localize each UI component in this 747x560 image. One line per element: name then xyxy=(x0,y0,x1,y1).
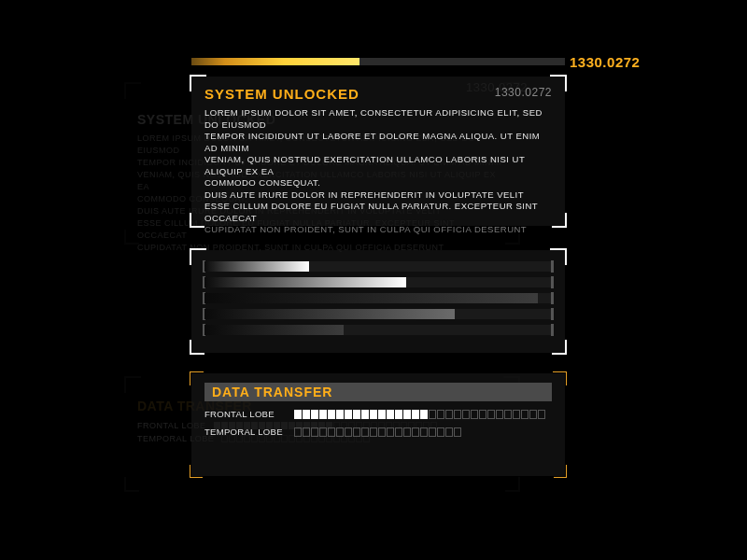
transfer-row: TEMPORAL LOBE xyxy=(204,427,552,437)
top-readout: 1330.0272 xyxy=(570,54,640,70)
panel3-title: DATA TRANSFER xyxy=(212,385,332,399)
panel1-body: LOREM IPSUM DOLOR SIT AMET, CONSECTETUR … xyxy=(204,107,552,236)
top-progress-bar xyxy=(191,58,565,65)
transfer-label: FRONTAL LOBE xyxy=(204,409,285,419)
bar-row xyxy=(204,293,552,303)
bar-row xyxy=(204,309,552,319)
panel-system-unlocked: SYSTEM UNLOCKED 1330.0272 LOREM IPSUM DO… xyxy=(191,77,565,226)
panel-data-transfer: DATA TRANSFER FRONTAL LOBETEMPORAL LOBE xyxy=(191,373,565,476)
panel1-readout: 1330.0272 xyxy=(495,86,552,99)
transfer-label: TEMPORAL LOBE xyxy=(204,427,285,437)
bar-row xyxy=(204,261,552,272)
bar-row xyxy=(204,277,552,287)
panel-bars xyxy=(191,250,565,353)
panel3-titlebar: DATA TRANSFER xyxy=(204,383,552,401)
transfer-row: FRONTAL LOBE xyxy=(204,409,552,419)
bar-row xyxy=(204,325,552,335)
